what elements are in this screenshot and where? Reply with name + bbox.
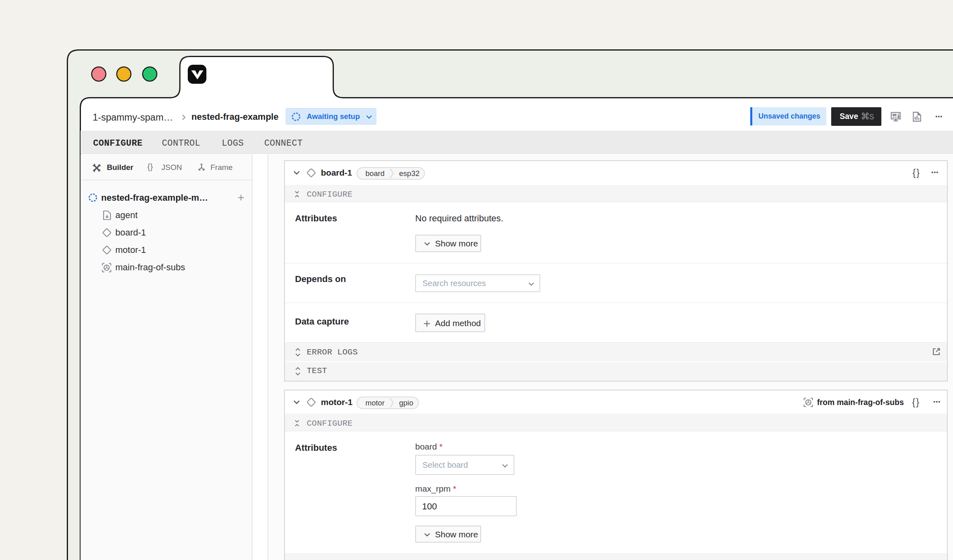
svg-text:S: S [869, 113, 874, 121]
